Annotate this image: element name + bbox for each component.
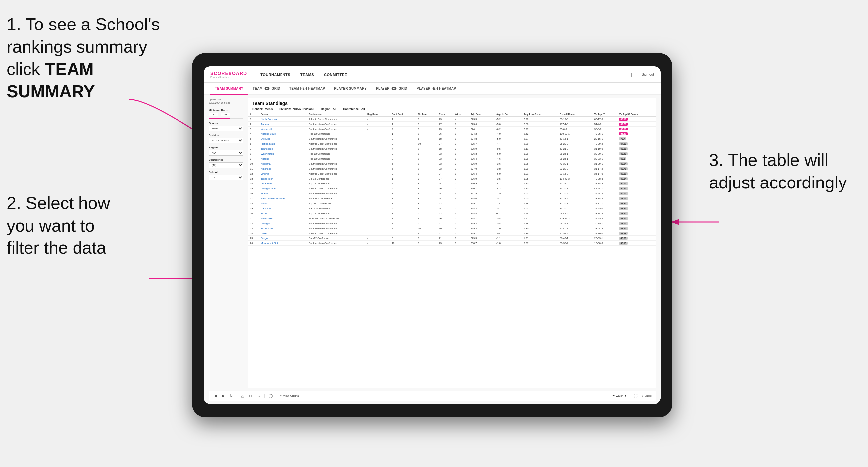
cell-wins: 0	[453, 201, 469, 206]
range-slider[interactable]	[209, 118, 243, 119]
cell-avg-par: -4.1	[495, 181, 522, 186]
cell-adj-score: 277.5	[469, 191, 495, 196]
nav-tournaments[interactable]: TOURNAMENTS	[260, 72, 290, 76]
cell-avg-low: 1.85	[522, 181, 558, 186]
cell-no-tour: 9	[416, 176, 437, 181]
cell-reg-rank: -	[366, 171, 390, 176]
filter-max-val[interactable]	[221, 113, 230, 116]
cell-no-tour: 9	[416, 191, 437, 196]
filter-conference-select[interactable]: (All)	[209, 162, 243, 168]
cell-vs50: 48.58	[617, 236, 656, 241]
cell-overall: 86-25-1	[558, 156, 593, 161]
cell-vs25: 40-29-2	[593, 142, 618, 146]
table-head: # School Conference Reg Rank Conf Rank N…	[248, 112, 656, 117]
cell-school: North Carolina	[259, 117, 307, 122]
filter-division-select[interactable]: NCAA Division I	[209, 138, 243, 144]
nav-committee[interactable]: COMMITTEE	[324, 72, 347, 76]
table-row: 7 Tennessee Southeastern Conference - 4 …	[248, 146, 656, 151]
cell-no-tour: 8	[416, 186, 437, 191]
col-overall: Overall Record	[558, 112, 593, 117]
cell-wins: 1	[453, 236, 469, 241]
sign-out-button[interactable]: Sign out	[642, 72, 654, 76]
filter-min-val[interactable]	[209, 113, 218, 116]
cell-wins: 1	[453, 156, 469, 161]
filter-gender-select[interactable]: Men's	[209, 126, 243, 131]
toolbar-back-btn[interactable]: ◀	[213, 393, 218, 399]
share-icon: ⇧	[642, 395, 644, 398]
cell-school: Georgia	[259, 221, 307, 226]
cell-overall: 63-15-1	[558, 136, 593, 142]
cell-avg-par: -0.4	[495, 231, 522, 236]
share-btn[interactable]: ⇧ Share	[642, 395, 652, 398]
cell-wins: 1	[453, 151, 469, 156]
tab-player-h2h-grid[interactable]: PLAYER H2H GRID	[371, 83, 412, 95]
logo-text: SCOREBOARD	[210, 70, 247, 76]
cell-conference: Atlantic Coast Conference	[307, 117, 366, 122]
cell-vs50: 62.1	[617, 156, 656, 161]
cell-overall: 87-21-2	[558, 196, 593, 201]
toolbar-forward-btn[interactable]: ▶	[221, 393, 226, 399]
cell-overall: 92-40-8	[558, 226, 593, 231]
view-original-btn[interactable]: 👁 View: Original	[280, 395, 299, 398]
cell-school: Alabama	[259, 161, 307, 166]
cell-overall: 82-25-1	[558, 201, 593, 206]
cell-wins: 1	[453, 171, 469, 176]
cell-vs25: 29-15-1	[593, 136, 618, 142]
toolbar-share-btn[interactable]: △	[240, 393, 245, 399]
tab-team-h2h-grid[interactable]: TEAM H2H GRID	[248, 83, 285, 95]
cell-no-tour: 8	[416, 201, 437, 206]
filter-gender-label: Gender	[209, 122, 243, 125]
table-gender-filter: Gender: Men's	[252, 107, 273, 111]
table-row: 4 Arizona State Pac-12 Conference - 1 8 …	[248, 131, 656, 136]
cell-overall: 63-21-0	[558, 146, 593, 151]
cell-school: Washington	[259, 151, 307, 156]
toolbar-reload-btn[interactable]: ↻	[228, 393, 234, 399]
toolbar-bottom: ◀ ▶ ↻ △ ◻ ⊕ ◯ 👁 View: Original 👁 Watch ▼	[209, 391, 656, 401]
cell-overall: 100-27-1	[558, 131, 593, 136]
data-table[interactable]: # School Conference Reg Rank Conf Rank N…	[248, 112, 656, 388]
tablet-screen: SCOREBOARD Powered by clippd TOURNAMENTS…	[204, 66, 661, 404]
cell-adj-score: 276.7	[469, 186, 495, 191]
cell-wins: 1	[453, 231, 469, 236]
cell-rank: 23	[248, 226, 259, 231]
toolbar-plus-btn[interactable]: ⊕	[256, 393, 261, 399]
toolbar-divider-3	[277, 394, 277, 399]
tab-team-h2h-heatmap[interactable]: TEAM H2H HEATMAP	[285, 83, 330, 95]
cell-avg-low: 1.30	[522, 226, 558, 231]
col-no-tour: No Tour	[416, 112, 437, 117]
filter-school-select[interactable]: (All)	[209, 175, 243, 180]
cell-vs25: 27-17-1	[593, 201, 618, 206]
filter-region-select[interactable]: N/A	[209, 150, 243, 156]
watch-btn[interactable]: 👁 Watch ▼	[612, 395, 627, 398]
toolbar-bookmark-btn[interactable]: ◻	[248, 393, 253, 399]
cell-adj-score: 276.4	[469, 156, 495, 161]
tab-team-summary[interactable]: TEAM SUMMARY	[210, 83, 248, 95]
cell-vs50: 60.71	[617, 166, 656, 171]
cell-conference: Pac-12 Conference	[307, 131, 366, 136]
cell-vs25: 79-25-1	[593, 131, 618, 136]
cell-avg-par: -5.1	[495, 196, 522, 201]
filter-region-label: Region	[209, 146, 243, 149]
table-row: 9 Arizona Pac-12 Conference - 2 8 23 1 2…	[248, 156, 656, 161]
cell-rnds: 23	[437, 241, 453, 246]
cell-rank: 1	[248, 117, 259, 122]
cell-conf-rank: 10	[390, 241, 416, 246]
tab-player-summary[interactable]: PLAYER SUMMARY	[330, 83, 371, 95]
instruction-step2: 2. Select how you want to filter the dat…	[7, 192, 152, 259]
toolbar-expand-btn[interactable]: ⛶	[632, 394, 639, 399]
cell-conference: Pac-12 Conference	[307, 156, 366, 161]
cell-school: Texas Tech	[259, 176, 307, 181]
cell-overall: 59-41-4	[558, 211, 593, 216]
tab-player-h2h-heatmap[interactable]: PLAYER H2H HEATMAP	[412, 83, 461, 95]
table-row: 25 Oregon Pac-12 Conference - 5 9 21 1 2…	[248, 236, 656, 241]
cell-vs25: 33-34-4	[593, 211, 618, 216]
cell-adj-score: 274.1	[469, 126, 495, 131]
cell-school: Texas	[259, 211, 307, 216]
cell-rank: 11	[248, 166, 259, 171]
cell-avg-par: -4.4	[495, 142, 522, 146]
cell-avg-par: -1.1	[495, 236, 522, 241]
cell-conf-rank: 8	[390, 221, 416, 226]
nav-teams[interactable]: TEAMS	[300, 72, 314, 76]
cell-rnds: 23	[437, 201, 453, 206]
cell-vs25: 31-19-0	[593, 146, 618, 151]
